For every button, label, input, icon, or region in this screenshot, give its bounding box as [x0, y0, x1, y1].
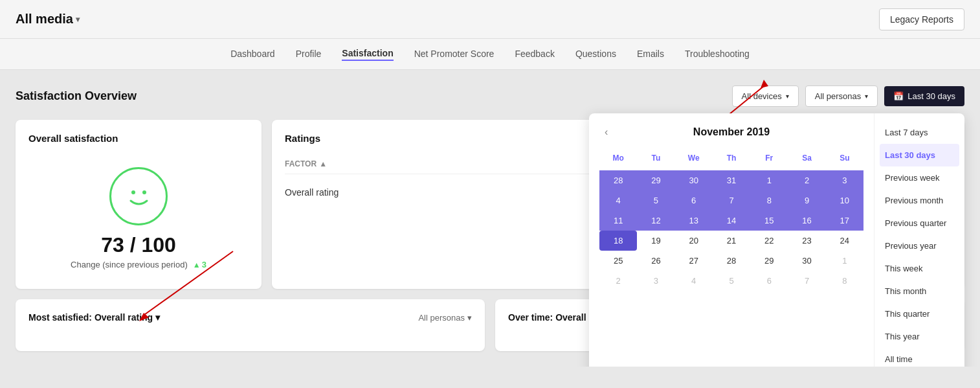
cal-day-15[interactable]: 15 [750, 211, 788, 231]
sort-icon: ▲ [319, 159, 327, 168]
cal-day-26[interactable]: 26 [637, 251, 674, 271]
cal-day-29[interactable]: 29 [750, 251, 788, 271]
cal-day-29-oct[interactable]: 29 [637, 170, 674, 190]
cal-day-20[interactable]: 20 [675, 231, 713, 251]
cal-day-7-dec[interactable]: 7 [788, 271, 825, 291]
shortcut-this-quarter[interactable]: This quarter [874, 302, 964, 325]
cal-day-19[interactable]: 19 [637, 231, 674, 251]
page-title: Satisfaction Overview [16, 89, 137, 103]
cal-day-11[interactable]: 11 [599, 211, 637, 231]
nav-item-feedback[interactable]: Feedback [515, 49, 554, 60]
app-title-chevron-icon: ▾ [76, 15, 80, 24]
devices-filter-button[interactable]: All devices ▾ [732, 86, 799, 107]
calendar-dropdown: ‹ November 2019 › Mo Tu We Th Fr Sa Su [589, 113, 964, 367]
nav-item-profile[interactable]: Profile [296, 49, 322, 60]
most-satisfied-personas-filter[interactable]: All personas ▾ [418, 313, 472, 323]
app-title-text: All media [16, 12, 73, 27]
svg-point-0 [131, 190, 135, 194]
most-satisfied-title: Most satisfied: Overall rating ▾ [28, 312, 160, 323]
cal-day-5-dec[interactable]: 5 [713, 271, 750, 291]
shortcut-this-month[interactable]: This month [874, 280, 964, 302]
cal-day-2-dec[interactable]: 2 [599, 271, 637, 291]
calendar-weekdays: Mo Tu We Th Fr Sa Su [599, 151, 863, 165]
shortcut-all-time[interactable]: All time [874, 348, 964, 367]
cal-day-7[interactable]: 7 [713, 190, 750, 211]
personas-filter-button[interactable]: All personas ▾ [805, 86, 878, 107]
nav-item-troubleshooting[interactable]: Troubleshooting [685, 49, 750, 60]
cal-day-30-oct[interactable]: 30 [675, 170, 713, 190]
date-filter-button[interactable]: 📅 Last 30 days [884, 86, 964, 106]
change-arrow-icon: ▲ [193, 260, 201, 269]
change-number: 3 [202, 260, 206, 269]
cal-day-1[interactable]: 1 [750, 170, 788, 190]
shortcut-this-year[interactable]: This year [874, 325, 964, 348]
cal-day-12[interactable]: 12 [637, 211, 674, 231]
weekday-su: Su [826, 151, 863, 165]
shortcut-prev-week[interactable]: Previous week [874, 166, 964, 189]
cal-day-17[interactable]: 17 [826, 211, 863, 231]
cal-day-2[interactable]: 2 [788, 170, 825, 190]
app-title[interactable]: All media ▾ [16, 12, 80, 27]
smiley-container: 73 / 100 Change (since previous period) … [28, 154, 249, 276]
most-satisfied-personas-chevron-icon: ▾ [467, 313, 472, 323]
cal-day-24[interactable]: 24 [826, 231, 863, 251]
nav-item-emails[interactable]: Emails [637, 49, 664, 60]
shortcut-last7[interactable]: Last 7 days [874, 121, 964, 144]
cal-day-9[interactable]: 9 [788, 190, 825, 211]
cal-day-13[interactable]: 13 [675, 211, 713, 231]
cal-day-4-dec[interactable]: 4 [675, 271, 713, 291]
weekday-sa: Sa [788, 151, 825, 165]
legacy-reports-button[interactable]: Legacy Reports [879, 8, 964, 30]
cal-day-8[interactable]: 8 [750, 190, 788, 211]
most-satisfied-chevron-icon: ▾ [155, 312, 160, 323]
cal-day-10[interactable]: 10 [826, 190, 863, 211]
cal-day-28[interactable]: 28 [713, 251, 750, 271]
nav-item-nps[interactable]: Net Promoter Score [414, 49, 495, 60]
calendar-prev-button[interactable]: ‹ [599, 124, 613, 141]
calendar-header: ‹ November 2019 › [599, 124, 863, 141]
cal-day-14[interactable]: 14 [713, 211, 750, 231]
personas-filter-label: All personas [815, 91, 862, 101]
cal-day-3-dec[interactable]: 3 [637, 271, 674, 291]
shortcut-last30[interactable]: Last 30 days [880, 144, 959, 166]
cal-day-4[interactable]: 4 [599, 190, 637, 211]
calendar-days: 28 29 30 31 1 2 3 4 5 6 7 8 9 1 [599, 170, 863, 291]
cal-day-8-dec[interactable]: 8 [826, 271, 863, 291]
calendar-grid: Mo Tu We Th Fr Sa Su 28 29 30 31 [599, 151, 863, 291]
cal-day-31-oct[interactable]: 31 [713, 170, 750, 190]
cal-day-3[interactable]: 3 [826, 170, 863, 190]
factor-header-label: FACTOR [285, 159, 317, 168]
cal-day-16[interactable]: 16 [788, 211, 825, 231]
main-nav: Dashboard Profile Satisfaction Net Promo… [0, 39, 980, 70]
shortcut-prev-month[interactable]: Previous month [874, 189, 964, 212]
shortcut-prev-year[interactable]: Previous year [874, 234, 964, 257]
most-satisfied-header: Most satisfied: Overall rating ▾ All per… [28, 312, 472, 323]
cal-day-21[interactable]: 21 [713, 231, 750, 251]
weekday-th: Th [713, 151, 750, 165]
header: All media ▾ Legacy Reports [0, 0, 980, 39]
cal-day-30[interactable]: 30 [788, 251, 825, 271]
cal-day-5[interactable]: 5 [637, 190, 674, 211]
svg-point-1 [142, 190, 146, 194]
calendar-panel: ‹ November 2019 › Mo Tu We Th Fr Sa Su [589, 113, 874, 367]
cal-day-6-dec[interactable]: 6 [750, 271, 788, 291]
cal-day-23[interactable]: 23 [788, 231, 825, 251]
cal-day-28-oct[interactable]: 28 [599, 170, 637, 190]
shortcut-this-week[interactable]: This week [874, 257, 964, 280]
rating-name: Overall rating [285, 187, 339, 198]
cal-day-1-dec[interactable]: 1 [826, 251, 863, 271]
calendar-icon: 📅 [893, 91, 904, 101]
shortcut-prev-quarter[interactable]: Previous quarter [874, 212, 964, 234]
filter-controls: All devices ▾ All personas ▾ 📅 Last 30 d… [732, 86, 964, 107]
nav-item-satisfaction[interactable]: Satisfaction [342, 48, 393, 61]
section-header: Satisfaction Overview All devices ▾ All … [16, 86, 964, 107]
cal-day-27[interactable]: 27 [675, 251, 713, 271]
nav-item-dashboard[interactable]: Dashboard [230, 49, 275, 60]
cal-day-6[interactable]: 6 [675, 190, 713, 211]
nav-item-questions[interactable]: Questions [575, 49, 616, 60]
cal-day-25[interactable]: 25 [599, 251, 637, 271]
cal-day-22[interactable]: 22 [750, 231, 788, 251]
overall-satisfaction-card: Overall satisfaction 73 / 100 Change (si… [16, 120, 262, 289]
change-label: Change (since previous period) [71, 260, 188, 269]
cal-day-18[interactable]: 18 [599, 231, 637, 251]
